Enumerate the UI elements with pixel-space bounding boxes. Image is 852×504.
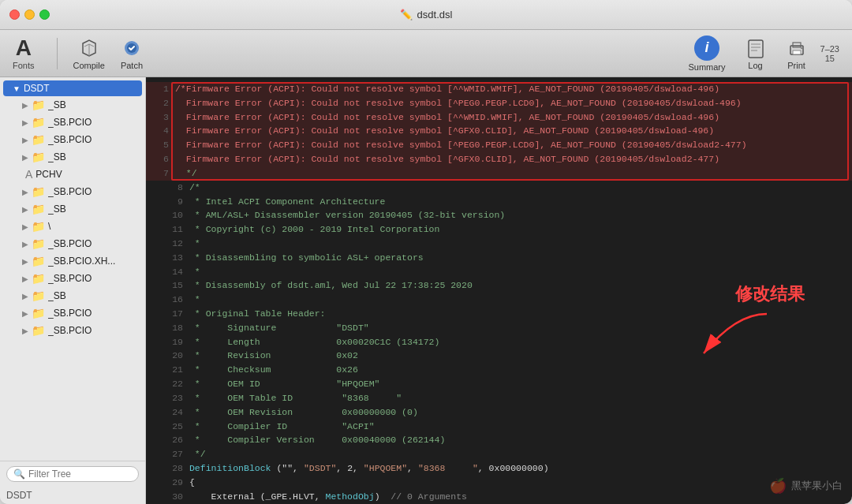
traffic-lights (9, 9, 50, 20)
fonts-group: A Fonts (13, 37, 35, 70)
chevron-icon: ▼ (13, 84, 21, 93)
close-button[interactable] (9, 9, 20, 20)
time-line2: 15 (820, 54, 839, 63)
svg-rect-8 (793, 43, 801, 47)
patch-icon (121, 37, 143, 59)
maximize-button[interactable] (39, 9, 50, 20)
font-icon: A (16, 37, 32, 59)
chevron-icon: ▶ (22, 101, 28, 110)
summary-button[interactable]: i Summary (682, 32, 731, 75)
table-row: 20 * Revision 0x02 (146, 349, 852, 363)
sidebar-item-sbpcio4[interactable]: ▶ 📁 _SB.PCIO (3, 235, 142, 252)
table-row: 23 * OEM Table ID "8368 " (146, 391, 852, 405)
time-line1: 7–23 (820, 44, 839, 54)
table-row: 4 Firmware Error (ACPI): Could not resol… (146, 124, 852, 138)
log-button[interactable]: Log (738, 34, 773, 73)
table-row: 7 */ (146, 166, 852, 181)
table-row: 22 * OEM ID "HPQOEM" (146, 377, 852, 391)
sidebar-tree[interactable]: ▼ DSDT ▶ 📁 _SB ▶ 📁 _SB.PCIO ▶ 📁 _ (0, 77, 145, 461)
table-row: 3 Firmware Error (ACPI): Could not resol… (146, 110, 852, 125)
chevron-icon: ▶ (22, 309, 28, 318)
sidebar-item-sbpcio6[interactable]: ▶ 📁 _SB.PCIO (3, 304, 142, 322)
chevron-icon: ▶ (22, 188, 28, 196)
chevron-icon: ▶ (22, 240, 28, 248)
chevron-icon: ▶ (22, 136, 28, 144)
search-icon: 🔍 (13, 469, 25, 480)
folder-icon: 📁 (32, 307, 45, 319)
folder-icon: 📁 (32, 116, 45, 129)
folder-icon: 📁 (32, 255, 45, 267)
table-row: 30 External (_GPE.HLVT, MethodObj) // 0 … (146, 490, 852, 504)
folder-icon: 📁 (32, 151, 45, 163)
table-row: 13 * Disassembling to symbolic ASL+ oper… (146, 251, 852, 265)
svg-rect-3 (749, 40, 763, 58)
table-row: 25 * Compiler ID "ACPI" (146, 420, 852, 434)
sidebar-item-sb2[interactable]: ▶ 📁 _SB (3, 148, 142, 166)
patch-button[interactable]: Patch (114, 34, 149, 73)
svg-rect-9 (793, 50, 801, 54)
code-editor[interactable]: 1 /*Firmware Error (ACPI): Could not res… (146, 77, 852, 504)
print-label: Print (787, 61, 805, 70)
chevron-icon: ▶ (22, 257, 28, 266)
table-row: 29 { (146, 476, 852, 490)
sidebar-item-sb1[interactable]: ▶ 📁 _SB (3, 96, 142, 114)
table-row: 21 * Checksum 0x26 (146, 363, 852, 377)
title-icon: ✏️ (400, 9, 413, 21)
sidebar-item-sbpciosh[interactable]: ▶ 📁 _SB.PCIO.XH... (3, 252, 142, 270)
table-row: 26 * Compiler Version 0x00040000 (262144… (146, 433, 852, 447)
folder-icon: 📁 (32, 289, 45, 302)
filter-input-wrap[interactable]: 🔍 (6, 466, 139, 482)
sidebar-item-pchv[interactable]: A PCHV (3, 166, 142, 183)
filter-input[interactable] (28, 469, 132, 480)
table-row: 18 * Signature "DSDT" (146, 321, 852, 335)
table-row: 2 Firmware Error (ACPI): Could not resol… (146, 96, 852, 110)
toolbar-right: i Summary Log (682, 32, 839, 75)
sidebar-item-sbpcio5[interactable]: ▶ 📁 _SB.PCIO (3, 270, 142, 287)
table-row: 5 Firmware Error (ACPI): Could not resol… (146, 138, 852, 152)
sidebar-item-sbpcio2[interactable]: ▶ 📁 _SB.PCIO (3, 131, 142, 148)
sidebar-item-sbpcio7[interactable]: ▶ 📁 _SB.PCIO (3, 322, 142, 339)
compile-button[interactable]: Compile (67, 34, 111, 73)
separator-1 (57, 38, 58, 69)
main-area: ▼ DSDT ▶ 📁 _SB ▶ 📁 _SB.PCIO ▶ 📁 _ (0, 77, 852, 504)
table-row: 10 * AML/ASL+ Disassembler version 20190… (146, 208, 852, 222)
sidebar-item-backslash[interactable]: ▶ 📁 \ (3, 218, 142, 235)
sidebar-item-sbpcio1[interactable]: ▶ 📁 _SB.PCIO (3, 114, 142, 131)
code-table: 8 /* 9 * Intel ACPI Component Architectu… (146, 181, 852, 504)
table-row: 8 /* (146, 181, 852, 195)
chevron-icon: ▶ (22, 153, 28, 162)
log-label: Log (748, 61, 762, 70)
table-row: 19 * Length 0x00020C1C (134172) (146, 335, 852, 349)
toolbar: A Fonts Compile (0, 30, 852, 77)
sidebar-bottom-label: DSDT (0, 487, 145, 504)
table-row: 17 * Original Table Header: (146, 307, 852, 321)
folder-icon: 📁 (32, 324, 45, 337)
font-item-icon: A (25, 168, 32, 181)
main-window: ✏️ dsdt.dsl A Fonts Compile (0, 0, 852, 504)
log-icon (745, 37, 767, 59)
table-row: 27 */ (146, 447, 852, 461)
print-icon (786, 37, 808, 59)
folder-icon: 📁 (32, 220, 45, 233)
chevron-icon: ▶ (22, 274, 28, 283)
table-row: 1 /*Firmware Error (ACPI): Could not res… (146, 82, 852, 96)
sidebar-item-dsdt[interactable]: ▼ DSDT (3, 80, 142, 96)
chevron-icon: ▶ (22, 327, 28, 335)
table-row: 6 Firmware Error (ACPI): Could not resol… (146, 152, 852, 166)
sidebar: ▼ DSDT ▶ 📁 _SB ▶ 📁 _SB.PCIO ▶ 📁 _ (0, 77, 146, 504)
print-button[interactable]: Print (779, 34, 814, 73)
chevron-icon: ▶ (22, 222, 28, 231)
compile-label: Compile (73, 61, 105, 70)
compile-icon (78, 37, 100, 59)
table-row: 28 DefinitionBlock ("", "DSDT", 2, "HPQO… (146, 461, 852, 476)
folder-icon: 📁 (32, 185, 45, 198)
sidebar-item-sb3[interactable]: ▶ 📁 _SB (3, 200, 142, 218)
error-lines-table: 1 /*Firmware Error (ACPI): Could not res… (146, 82, 852, 181)
titlebar: ✏️ dsdt.dsl (0, 0, 852, 30)
code-scroll[interactable]: 1 /*Firmware Error (ACPI): Could not res… (146, 77, 852, 504)
minimize-button[interactable] (24, 9, 35, 20)
sidebar-item-sbpcio3[interactable]: ▶ 📁 _SB.PCIO (3, 183, 142, 200)
table-row: 14 * (146, 265, 852, 279)
table-row: 24 * OEM Revision 0x00000000 (0) (146, 405, 852, 420)
sidebar-item-sb4[interactable]: ▶ 📁 _SB (3, 287, 142, 304)
